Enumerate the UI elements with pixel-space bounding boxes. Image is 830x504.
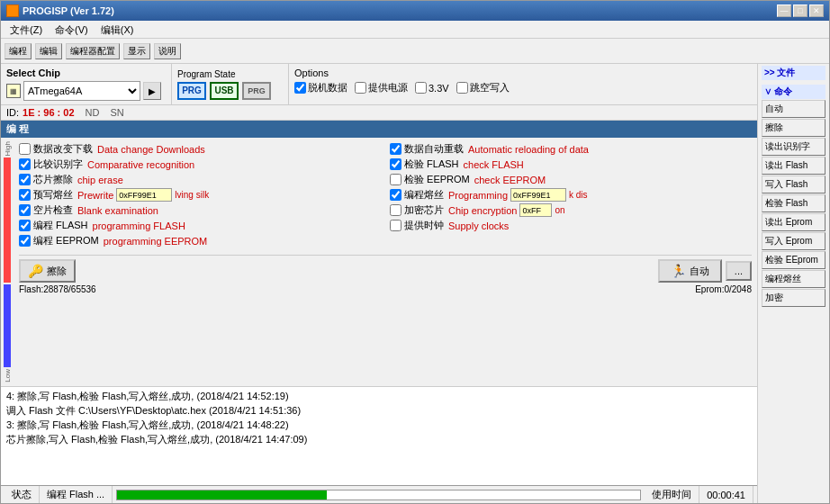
status-time-label: 使用时间 [645,486,699,503]
opt-check-flash-cb[interactable] [390,158,401,170]
title-bar: PROGISP (Ver 1.72) — □ ✕ [1,1,829,21]
checkbox-power-input[interactable] [355,82,366,94]
erase-button[interactable]: 🔑 擦除 [19,259,76,283]
menu-file[interactable]: 文件(Z) [5,22,48,36]
more-button[interactable]: ... [726,261,752,281]
sidebar-encrypt-btn[interactable]: 加密 [762,289,825,307]
auto-label: 自动 [690,265,709,278]
opt-prog-eeprom[interactable]: 编程 EEPROM programming EEPROM [19,234,381,248]
menu-command[interactable]: 命令(V) [50,22,94,36]
sidebar-file-title: >> 文件 [762,66,825,80]
checkbox-v33-label: 3.3V [429,83,449,94]
toolbar-edit[interactable]: 编辑 [35,43,62,59]
sidebar-command-title: ∨ 命令 [762,85,825,99]
editor-header: 编 程 [1,121,757,138]
checkbox-jump-label: 跳空写入 [470,81,510,94]
prg-indicator: PRG [177,82,206,100]
opt-check-flash[interactable]: 检验 FLASH check FLASH [390,158,752,171]
opt-data-change[interactable]: 数据改变下载 Data change Downloads [19,142,381,156]
checkbox-jinji-input[interactable] [294,82,306,94]
checkbox-jinji[interactable]: 脱机数据 [294,81,347,94]
sidebar-auto-btn[interactable]: 自动 [762,100,825,118]
opt-compare-id[interactable]: 比较识别字 Comparative recognition [19,158,381,171]
opt-prewrite-fuse[interactable]: 预写熔丝 Prewrite lving silk [19,188,381,202]
sidebar-read-id-btn[interactable]: 读出识别字 [762,138,825,156]
opt-auto-reload[interactable]: 数据自动重载 Automatic reloading of data [390,142,752,156]
editor-main: High Low 数据改变下载 [1,138,757,386]
window-title: PROGISP (Ver 1.72) [23,5,114,16]
checkbox-power-label: 提供电源 [368,81,408,94]
sidebar-write-flash-btn[interactable]: 写入 Flash [762,176,825,194]
right-sidebar: >> 文件 ∨ 命令 自动 擦除 读出识别字 读出 Flash 写入 Flash… [757,64,829,503]
opt-supply-clock[interactable]: 提供时钟 Supply clocks [390,219,752,232]
opt-prewrite-fuse-cb[interactable] [19,189,31,201]
auto-button-group: 🏃 自动 ... [658,259,752,283]
sidebar-read-flash-btn[interactable]: 读出 Flash [762,157,825,175]
sidebar-verify-eeprom-btn[interactable]: 检验 EEprom [762,251,825,269]
select-chip-label: Select Chip [6,68,166,78]
status-progress-fill [117,490,326,500]
opt-chip-erase[interactable]: 芯片擦除 chip erase [19,173,381,186]
opt-auto-reload-cb[interactable] [390,143,401,155]
chip-icon: ▦ [6,84,21,98]
opt-chip-erase-cb[interactable] [19,174,31,185]
encrypt-input[interactable] [519,203,552,217]
status-time-value: 00:00:41 [699,486,753,503]
program-state-label: Program State [177,69,283,79]
opt-supply-clock-cb[interactable] [390,220,401,231]
fuse-right-input[interactable] [510,188,566,202]
checkbox-v33[interactable]: 3.3V [415,82,449,94]
checkbox-jump-input[interactable] [456,82,468,94]
opt-encrypt-chip[interactable]: 加密芯片 Chip encryption on [390,203,752,217]
id-value: 1E : 96 : 02 [23,107,74,118]
fuse-left-input[interactable] [116,188,172,202]
menu-edit[interactable]: 编辑(X) [95,22,140,36]
status-bar: 状态 编程 Flash ... 使用时间 00:00:41 [1,485,757,503]
opt-blank-check-cb[interactable] [19,204,31,216]
checkbox-jump[interactable]: 跳空写入 [456,81,510,94]
sidebar-command-section: ∨ 命令 自动 擦除 读出识别字 读出 Flash 写入 Flash 检验 Fl… [758,83,829,310]
select-chip-section: Select Chip ▦ ATmega64A ▶ [1,64,172,104]
opt-prog-flash[interactable]: 编程 FLASH programming FLASH [19,219,381,232]
opt-prog-fuse-cb[interactable] [390,189,401,201]
log-line-2: 调入 Flash 文件 C:\Users\YF\Desktop\atc.hex … [6,403,752,418]
opt-blank-check[interactable]: 空片检查 Blank examination [19,203,381,217]
opt-encrypt-chip-cb[interactable] [390,204,401,216]
opt-prog-eeprom-cb[interactable] [19,235,31,247]
log-line-1: 4: 擦除,写 Flash,检验 Flash,写入熔丝,成功, (2018/4/… [6,389,752,403]
prg-indicator2: PRG [242,82,271,100]
toolbar-programmer-config[interactable]: 编程器配置 [66,43,120,59]
sidebar-file-section: >> 文件 [758,64,829,83]
toolbar-programming[interactable]: 编程 [5,43,32,59]
low-bar-segment [4,284,11,367]
auto-button[interactable]: 🏃 自动 [658,259,722,283]
sn-label: SN [110,107,123,118]
program-state-section: Program State PRG USB PRG [172,64,289,104]
opt-data-change-cb[interactable] [19,143,31,155]
high-bar-segment [4,158,11,283]
options-label: Options [294,68,510,78]
status-progress-bar [116,490,641,500]
toolbar-help[interactable]: 说明 [154,43,181,59]
left-panel: Select Chip ▦ ATmega64A ▶ Program State [1,64,757,503]
sidebar-verify-flash-btn[interactable]: 检验 Flash [762,194,825,212]
sidebar-erase-btn[interactable]: 擦除 [762,119,825,137]
minimize-button[interactable]: — [777,4,791,17]
chip-arrow-button[interactable]: ▶ [143,82,161,100]
opt-compare-id-cb[interactable] [19,158,31,170]
opt-check-eeprom-cb[interactable] [390,174,401,185]
sidebar-read-eprom-btn[interactable]: 读出 Eprom [762,213,825,231]
sidebar-write-eprom-btn[interactable]: 写入 Eprom [762,232,825,250]
close-button[interactable]: ✕ [809,4,824,17]
maximize-button[interactable]: □ [793,4,807,17]
chip-select-dropdown[interactable]: ATmega64A [23,81,140,101]
checkbox-power[interactable]: 提供电源 [355,81,408,94]
opt-prog-fuse[interactable]: 编程熔丝 Programming k dis [390,188,752,202]
opt-prog-flash-cb[interactable] [19,220,31,231]
level-bar: High Low [1,138,14,386]
main-window: PROGISP (Ver 1.72) — □ ✕ 文件(Z) 命令(V) 编辑(… [0,0,830,504]
sidebar-prog-fuse-btn[interactable]: 编程熔丝 [762,270,825,288]
checkbox-v33-input[interactable] [415,82,427,94]
toolbar-display[interactable]: 显示 [123,43,150,59]
opt-check-eeprom[interactable]: 检验 EEPROM check EEPROM [390,173,752,186]
